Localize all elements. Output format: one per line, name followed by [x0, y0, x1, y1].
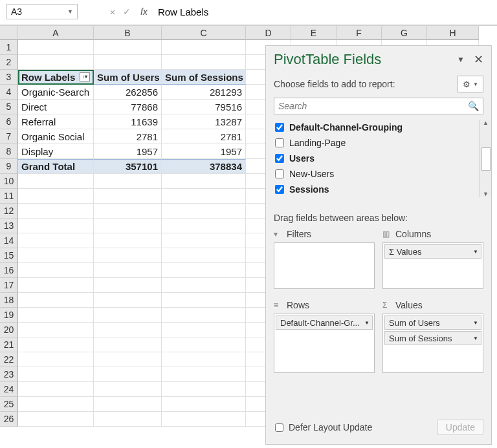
row-header[interactable]: 21	[0, 337, 18, 352]
cell[interactable]	[18, 382, 94, 397]
cell[interactable]	[162, 263, 246, 278]
row-header[interactable]: 7	[0, 129, 18, 144]
column-header[interactable]: D	[246, 26, 291, 40]
cell[interactable]: 2781	[94, 129, 162, 144]
cell[interactable]	[94, 352, 162, 367]
cell[interactable]	[94, 263, 162, 278]
cell[interactable]: 2781	[162, 129, 246, 144]
field-checkbox[interactable]	[275, 154, 284, 163]
cell[interactable]	[162, 278, 246, 293]
filters-dropzone[interactable]	[274, 242, 375, 289]
field-item[interactable]: Users	[274, 151, 480, 166]
cell[interactable]	[94, 233, 162, 248]
cell[interactable]: Sum of Users	[94, 70, 162, 85]
row-header[interactable]: 6	[0, 114, 18, 129]
scroll-thumb[interactable]	[481, 147, 491, 171]
formula-input[interactable]	[155, 5, 491, 19]
column-header[interactable]: C	[162, 26, 246, 40]
cell[interactable]	[162, 219, 246, 233]
cell[interactable]: Organic Social	[18, 129, 94, 144]
cell[interactable]: Grand Total	[18, 159, 94, 174]
row-header[interactable]: 19	[0, 308, 18, 323]
cell[interactable]	[94, 219, 162, 233]
search-input[interactable]	[278, 101, 468, 111]
cell[interactable]: 1957	[94, 144, 162, 159]
cell[interactable]	[18, 40, 94, 55]
cell[interactable]	[94, 412, 162, 427]
area-field-chip[interactable]: Default-Channel-Gr...▼	[276, 315, 373, 330]
cell[interactable]	[18, 263, 94, 278]
cell[interactable]	[162, 174, 246, 189]
cell[interactable]	[94, 204, 162, 219]
chevron-down-icon[interactable]: ▼	[364, 320, 370, 326]
cell[interactable]	[94, 337, 162, 352]
cell[interactable]	[94, 382, 162, 397]
row-header[interactable]: 1	[0, 40, 18, 55]
cell[interactable]	[162, 233, 246, 248]
cell[interactable]	[162, 204, 246, 219]
cell[interactable]	[162, 40, 246, 55]
cell[interactable]	[18, 397, 94, 412]
cell[interactable]	[18, 174, 94, 189]
gear-button[interactable]: ⚙▼	[458, 76, 483, 92]
update-button[interactable]: Update	[437, 420, 483, 435]
column-header[interactable]: B	[94, 26, 162, 40]
search-icon[interactable]: 🔍	[468, 101, 479, 111]
cell[interactable]: 79516	[162, 100, 246, 114]
row-header[interactable]: 5	[0, 100, 18, 114]
row-header[interactable]: 23	[0, 367, 18, 382]
row-header[interactable]: 24	[0, 382, 18, 397]
cell[interactable]	[18, 323, 94, 337]
row-header[interactable]: 10	[0, 174, 18, 189]
row-header[interactable]: 15	[0, 248, 18, 263]
field-search[interactable]: 🔍	[274, 98, 483, 114]
row-header[interactable]: 4	[0, 85, 18, 100]
cell[interactable]	[162, 412, 246, 427]
cell[interactable]: 13287	[162, 114, 246, 129]
cell[interactable]	[162, 367, 246, 382]
area-field-chip[interactable]: Sum of Sessions▼	[384, 331, 481, 345]
row-header[interactable]: 18	[0, 293, 18, 308]
cell[interactable]	[18, 248, 94, 263]
field-checkbox[interactable]	[275, 138, 284, 147]
cell[interactable]	[18, 293, 94, 308]
defer-update-checkbox[interactable]	[275, 423, 283, 432]
fx-icon[interactable]: fx	[140, 6, 148, 17]
row-header[interactable]: 2	[0, 55, 18, 70]
cell[interactable]: Display	[18, 144, 94, 159]
confirm-icon[interactable]: ✓	[121, 6, 133, 17]
cell[interactable]: 357101	[94, 159, 162, 174]
cell[interactable]	[18, 412, 94, 427]
cell[interactable]: 11639	[94, 114, 162, 129]
row-header[interactable]: 25	[0, 397, 18, 412]
cell[interactable]	[18, 55, 94, 70]
cell[interactable]	[162, 248, 246, 263]
area-field-chip[interactable]: Σ Values▼	[384, 244, 481, 259]
scroll-up-icon[interactable]: ▲	[483, 120, 489, 126]
cell[interactable]: Row Labels↓▾	[18, 70, 94, 85]
cancel-icon[interactable]: ×	[107, 6, 118, 17]
cell[interactable]: Sum of Sessions	[162, 70, 246, 85]
cell[interactable]	[162, 308, 246, 323]
column-header[interactable]: H	[427, 26, 479, 40]
cell[interactable]	[94, 55, 162, 70]
field-item[interactable]: Landing-Page	[274, 135, 480, 151]
row-header[interactable]: 20	[0, 323, 18, 337]
cell[interactable]	[18, 308, 94, 323]
field-checkbox[interactable]	[275, 169, 284, 178]
column-header[interactable]: F	[337, 26, 382, 40]
row-header[interactable]: 12	[0, 204, 18, 219]
cell[interactable]	[162, 55, 246, 70]
chevron-down-icon[interactable]: ▼	[473, 249, 478, 255]
pane-menu-caret[interactable]: ▼	[457, 55, 465, 64]
cell[interactable]	[162, 323, 246, 337]
cell[interactable]	[18, 337, 94, 352]
chevron-down-icon[interactable]: ▼	[473, 336, 478, 341]
cell[interactable]: Organic-Search	[18, 85, 94, 100]
cell[interactable]	[162, 397, 246, 412]
cell[interactable]	[94, 323, 162, 337]
row-header[interactable]: 17	[0, 278, 18, 293]
column-header[interactable]: G	[382, 26, 427, 40]
cell[interactable]	[18, 189, 94, 204]
chevron-down-icon[interactable]: ▼	[473, 320, 478, 326]
